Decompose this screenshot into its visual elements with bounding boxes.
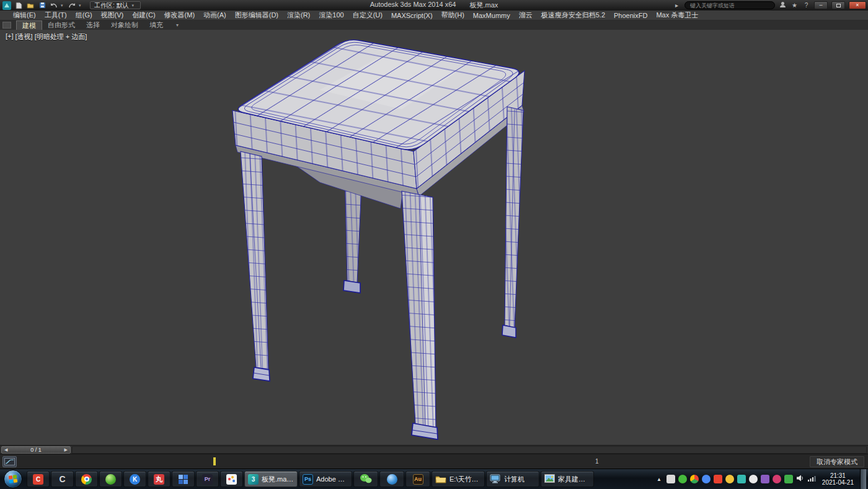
taskbar-window-photoshop[interactable]: Ps Adobe Ph... <box>299 471 352 487</box>
3dsmax-logo-icon[interactable] <box>2 1 12 10</box>
time-slider-bar: ◀ 0 / 1 ▶ <box>0 445 868 454</box>
previous-frame-icon[interactable]: ◀ <box>4 447 7 452</box>
tray-app-icon-3[interactable] <box>690 475 699 483</box>
menu-item-graph-editors[interactable]: 图形编辑器(D) <box>231 11 283 20</box>
open-file-icon[interactable] <box>25 1 35 10</box>
clock-time: 21:31 <box>822 472 854 479</box>
taskbar-window-browser[interactable] <box>379 471 404 487</box>
tray-app-icon-11[interactable] <box>784 475 793 483</box>
window-title: Autodesk 3ds Max 2014 x64 板凳.max <box>370 1 498 10</box>
mini-curve-editor-icon[interactable] <box>2 456 17 467</box>
quick-access-toolbar: ▾ ▾ 工作区: 默认 ▾ <box>2 1 141 10</box>
taskbar-window-3dsmax[interactable]: 3 板凳.max ... <box>244 471 298 487</box>
tab-freeform[interactable]: 自由形式 <box>42 20 81 30</box>
menu-item-max-antivirus[interactable]: Max 杀毒卫士 <box>652 11 702 20</box>
undo-icon[interactable] <box>49 1 59 10</box>
time-slider-handle[interactable]: ◀ 0 / 1 ▶ <box>1 446 71 454</box>
tab-populate[interactable]: 填充 <box>144 20 169 30</box>
taskbar-pinned-blue-tiles[interactable] <box>172 471 195 487</box>
taskbar-window-label: Adobe Ph... <box>316 475 348 483</box>
tray-app-icon-1[interactable] <box>666 475 675 483</box>
volume-icon[interactable] <box>796 473 804 485</box>
menu-item-animation[interactable]: 动画(A) <box>199 11 231 20</box>
taskbar-window-computer[interactable]: 计算机 <box>486 471 539 487</box>
tab-selection[interactable]: 选择 <box>81 20 105 30</box>
close-button[interactable]: × <box>849 1 866 9</box>
menu-item-liuyun[interactable]: 溜云 <box>515 11 537 20</box>
taskbar-clock[interactable]: 21:31 2021-04-21 <box>822 472 854 486</box>
next-frame-icon[interactable]: ▶ <box>64 447 68 452</box>
taskbar-pinned-k-app[interactable]: K <box>123 471 146 487</box>
workspace-selector[interactable]: 工作区: 默认 ▾ <box>90 1 141 9</box>
perspective-viewport[interactable]: [+] [透视] [明暗处理 + 边面] <box>0 30 868 445</box>
menu-item-slim-archive[interactable]: 极速瘦身安全归档5.2 <box>537 11 609 20</box>
menu-item-maxscript[interactable]: MAXScript(X) <box>387 12 437 19</box>
title-bar: ▾ ▾ 工作区: 默认 ▾ Autodesk 3ds Max 2014 x64 … <box>0 0 868 11</box>
ribbon-overflow-caret-icon[interactable]: ▾ <box>176 22 179 28</box>
undo-dropdown-icon[interactable]: ▾ <box>61 3 65 8</box>
viewport-menu-button[interactable]: [+] <box>5 32 14 42</box>
tray-app-icon-4[interactable] <box>702 475 711 483</box>
menu-item-render100[interactable]: 渲染100 <box>314 11 348 20</box>
menu-item-tools[interactable]: 工具(T) <box>40 11 71 20</box>
start-button[interactable] <box>4 470 22 488</box>
taskbar-pinned-premiere[interactable]: Pr <box>196 471 219 487</box>
menu-item-customize[interactable]: 自定义(U) <box>348 11 387 20</box>
viewport-canvas[interactable] <box>0 30 868 445</box>
minimize-button[interactable]: – <box>814 1 828 9</box>
favorites-star-icon[interactable]: ★ <box>790 1 799 9</box>
viewport-shading-button[interactable]: [明暗处理 + 边面] <box>34 32 88 42</box>
menu-item-group[interactable]: 组(G) <box>71 11 97 20</box>
timeline-key-marker[interactable] <box>213 457 216 465</box>
taskbar-pinned-red-c[interactable]: C <box>27 471 50 487</box>
track-bar[interactable]: 1 取消专家模式 <box>0 454 868 469</box>
menu-item-rendering[interactable]: 渲染(R) <box>283 11 314 20</box>
menu-item-maxmummy[interactable]: MaxMummy <box>469 12 515 19</box>
search-caret-icon[interactable]: ▸ <box>673 1 681 9</box>
redo-icon[interactable] <box>67 1 77 10</box>
tab-object-paint[interactable]: 对象绘制 <box>105 20 144 30</box>
taskbar-pinned-wan-app[interactable]: 丸 <box>148 471 170 487</box>
tray-app-icon-5[interactable] <box>714 475 722 483</box>
viewport-view-button[interactable]: [透视] <box>15 32 33 42</box>
time-slider-track[interactable] <box>72 446 867 454</box>
menu-item-views[interactable]: 视图(V) <box>97 11 128 20</box>
taskbar-window-label: E:\天竹20... <box>450 475 481 484</box>
network-icon[interactable] <box>807 473 816 485</box>
tray-app-icon-10[interactable] <box>773 475 781 483</box>
redo-dropdown-icon[interactable]: ▾ <box>79 3 83 8</box>
k-music-icon: K <box>130 474 140 485</box>
menu-item-create[interactable]: 创建(C) <box>128 11 159 20</box>
taskbar-pinned-dots-app[interactable] <box>220 471 243 487</box>
viewport-label: [+] [透视] [明暗处理 + 边面] <box>5 32 87 42</box>
tray-app-icon-2[interactable] <box>678 475 687 483</box>
taskbar-window-folder[interactable]: E:\天竹20... <box>432 471 485 487</box>
taskbar-window-audition[interactable]: Au <box>405 471 430 487</box>
show-desktop-button[interactable] <box>860 469 866 489</box>
tray-app-icon-9[interactable] <box>761 475 769 483</box>
maximize-button[interactable] <box>831 1 845 9</box>
tray-app-icon-6[interactable] <box>725 475 734 483</box>
taskbar-window-wechat[interactable] <box>353 471 378 487</box>
menu-item-help[interactable]: 帮助(H) <box>437 11 469 20</box>
menu-item-phoenixfd[interactable]: PhoenixFD <box>609 12 652 19</box>
new-file-icon[interactable] <box>14 1 24 10</box>
menu-item-modifiers[interactable]: 修改器(M) <box>160 11 200 20</box>
help-icon[interactable]: ? <box>802 1 810 9</box>
taskbar-pinned-chrome[interactable] <box>75 471 98 487</box>
ribbon-handle-icon[interactable] <box>2 22 11 29</box>
taskbar-window-modeling[interactable]: 家具建模... <box>541 471 594 487</box>
save-icon[interactable] <box>37 1 47 10</box>
tray-app-icon-8[interactable] <box>749 475 758 483</box>
menu-item-edit[interactable]: 编辑(E) <box>9 11 40 20</box>
community-icon[interactable] <box>779 1 787 10</box>
tray-app-icon-7[interactable] <box>737 475 746 483</box>
taskbar-pinned-green-browser[interactable] <box>99 471 122 487</box>
tab-modeling[interactable]: 建模 <box>16 20 42 30</box>
cancel-expert-mode-button[interactable]: 取消专家模式 <box>810 456 864 467</box>
stool-model[interactable] <box>232 40 525 439</box>
workspace-label: 工作区: 默认 <box>94 1 129 10</box>
search-input[interactable] <box>684 1 775 9</box>
taskbar-pinned-gray-c[interactable]: C <box>51 471 74 487</box>
tray-expand-icon[interactable]: ▲ <box>655 477 663 482</box>
